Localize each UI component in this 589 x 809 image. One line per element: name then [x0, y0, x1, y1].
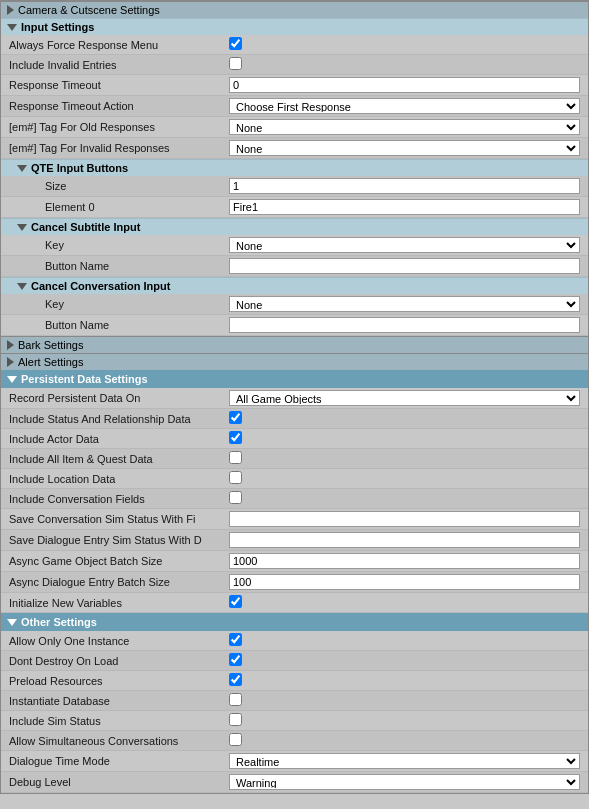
- async-batch-row: Async Game Object Batch Size: [1, 551, 588, 572]
- include-invalid-value: [229, 57, 580, 72]
- allow-one-instance-row: Allow Only One Instance: [1, 631, 588, 651]
- cancel-conv-key-row: Key None: [1, 294, 588, 315]
- tag-old-select[interactable]: None: [229, 119, 580, 135]
- other-collapse-icon: [7, 619, 17, 626]
- cancel-subtitle-icon: [17, 224, 27, 231]
- async-dialogue-input[interactable]: [229, 574, 580, 590]
- element0-input[interactable]: [229, 199, 580, 215]
- preload-resources-value: [229, 673, 580, 688]
- cancel-conv-key-label: Key: [9, 298, 229, 310]
- cancel-subtitle-btn-input[interactable]: [229, 258, 580, 274]
- cancel-subtitle-key-row: Key None: [1, 235, 588, 256]
- include-invalid-checkbox[interactable]: [229, 57, 242, 70]
- include-actor-checkbox[interactable]: [229, 431, 242, 444]
- save-sim-status-input[interactable]: [229, 511, 580, 527]
- input-settings-content: Always Force Response Menu Include Inval…: [1, 35, 588, 336]
- element0-value-wrap: [229, 199, 580, 215]
- async-batch-input-wrap: [229, 553, 580, 569]
- size-value-wrap: [229, 178, 580, 194]
- debug-level-row: Debug Level Warning: [1, 772, 588, 793]
- response-timeout-action-select-wrap: Choose First Response: [229, 98, 580, 114]
- response-timeout-label: Response Timeout: [9, 79, 229, 91]
- include-sim-status-row: Include Sim Status: [1, 711, 588, 731]
- record-persistent-label: Record Persistent Data On: [9, 392, 229, 404]
- include-items-value: [229, 451, 580, 466]
- element0-label: Element 0: [9, 201, 229, 213]
- dialogue-time-mode-label: Dialogue Time Mode: [9, 755, 229, 767]
- cancel-conversation-header[interactable]: Cancel Conversation Input: [1, 277, 588, 294]
- tag-old-label: [em#] Tag For Old Responses: [9, 121, 229, 133]
- persistent-data-header[interactable]: Persistent Data Settings: [1, 370, 588, 388]
- preload-resources-row: Preload Resources: [1, 671, 588, 691]
- include-conversation-row: Include Conversation Fields: [1, 489, 588, 509]
- instantiate-db-checkbox[interactable]: [229, 693, 242, 706]
- include-sim-status-value: [229, 713, 580, 728]
- include-invalid-label: Include Invalid Entries: [9, 59, 229, 71]
- dont-destroy-value: [229, 653, 580, 668]
- debug-level-select[interactable]: Warning: [229, 774, 580, 790]
- save-dialogue-status-input[interactable]: [229, 532, 580, 548]
- response-timeout-input[interactable]: [229, 77, 580, 93]
- cancel-subtitle-btn-label: Button Name: [9, 260, 229, 272]
- include-conversation-checkbox[interactable]: [229, 491, 242, 504]
- cancel-conv-key-wrap: None: [229, 296, 580, 312]
- cancel-conv-btn-label: Button Name: [9, 319, 229, 331]
- cancel-subtitle-key-select[interactable]: None: [229, 237, 580, 253]
- other-settings-header[interactable]: Other Settings: [1, 613, 588, 631]
- include-items-checkbox[interactable]: [229, 451, 242, 464]
- include-location-checkbox[interactable]: [229, 471, 242, 484]
- response-timeout-action-select[interactable]: Choose First Response: [229, 98, 580, 114]
- include-conversation-value: [229, 491, 580, 506]
- allow-simultaneous-checkbox[interactable]: [229, 733, 242, 746]
- always-force-checkbox[interactable]: [229, 37, 242, 50]
- init-new-vars-checkbox[interactable]: [229, 595, 242, 608]
- always-force-response-row: Always Force Response Menu: [1, 35, 588, 55]
- tag-invalid-select[interactable]: None: [229, 140, 580, 156]
- debug-level-select-wrap: Warning: [229, 774, 580, 790]
- save-dialogue-status-row: Save Dialogue Entry Sim Status With D: [1, 530, 588, 551]
- include-sim-status-checkbox[interactable]: [229, 713, 242, 726]
- other-settings-content: Allow Only One Instance Dont Destroy On …: [1, 631, 588, 793]
- camera-cutscene-header[interactable]: Camera & Cutscene Settings: [1, 1, 588, 18]
- bark-settings-header[interactable]: Bark Settings: [1, 336, 588, 353]
- response-timeout-row: Response Timeout: [1, 75, 588, 96]
- dont-destroy-row: Dont Destroy On Load: [1, 651, 588, 671]
- bark-collapse-icon: [7, 340, 14, 350]
- include-location-label: Include Location Data: [9, 473, 229, 485]
- include-status-checkbox[interactable]: [229, 411, 242, 424]
- cancel-subtitle-header[interactable]: Cancel Subtitle Input: [1, 218, 588, 235]
- async-batch-label: Async Game Object Batch Size: [9, 555, 229, 567]
- dont-destroy-checkbox[interactable]: [229, 653, 242, 666]
- record-persistent-select[interactable]: All Game Objects: [229, 390, 580, 406]
- cancel-conv-key-select[interactable]: None: [229, 296, 580, 312]
- save-dialogue-status-label: Save Dialogue Entry Sim Status With D: [9, 534, 229, 546]
- dialogue-time-mode-select[interactable]: Realtime: [229, 753, 580, 769]
- dont-destroy-label: Dont Destroy On Load: [9, 655, 229, 667]
- init-new-vars-value: [229, 595, 580, 610]
- include-invalid-row: Include Invalid Entries: [1, 55, 588, 75]
- tag-invalid-row: [em#] Tag For Invalid Responses None: [1, 138, 588, 159]
- include-conversation-label: Include Conversation Fields: [9, 493, 229, 505]
- include-sim-status-label: Include Sim Status: [9, 715, 229, 727]
- preload-resources-checkbox[interactable]: [229, 673, 242, 686]
- async-batch-input[interactable]: [229, 553, 580, 569]
- size-input[interactable]: [229, 178, 580, 194]
- input-settings-header[interactable]: Input Settings: [1, 18, 588, 35]
- allow-one-instance-checkbox[interactable]: [229, 633, 242, 646]
- alert-settings-header[interactable]: Alert Settings: [1, 353, 588, 370]
- debug-level-label: Debug Level: [9, 776, 229, 788]
- dialogue-time-mode-select-wrap: Realtime: [229, 753, 580, 769]
- input-collapse-icon: [7, 24, 17, 31]
- allow-simultaneous-value: [229, 733, 580, 748]
- qte-header[interactable]: QTE Input Buttons: [1, 159, 588, 176]
- response-timeout-action-row: Response Timeout Action Choose First Res…: [1, 96, 588, 117]
- persistent-collapse-icon: [7, 376, 17, 383]
- include-actor-row: Include Actor Data: [1, 429, 588, 449]
- tag-old-responses-row: [em#] Tag For Old Responses None: [1, 117, 588, 138]
- cancel-conv-btn-input[interactable]: [229, 317, 580, 333]
- other-settings-label: Other Settings: [21, 616, 97, 628]
- cancel-subtitle-key-wrap: None: [229, 237, 580, 253]
- cancel-subtitle-btn-wrap: [229, 258, 580, 274]
- persistent-data-content: Record Persistent Data On All Game Objec…: [1, 388, 588, 613]
- element0-row: Element 0: [1, 197, 588, 218]
